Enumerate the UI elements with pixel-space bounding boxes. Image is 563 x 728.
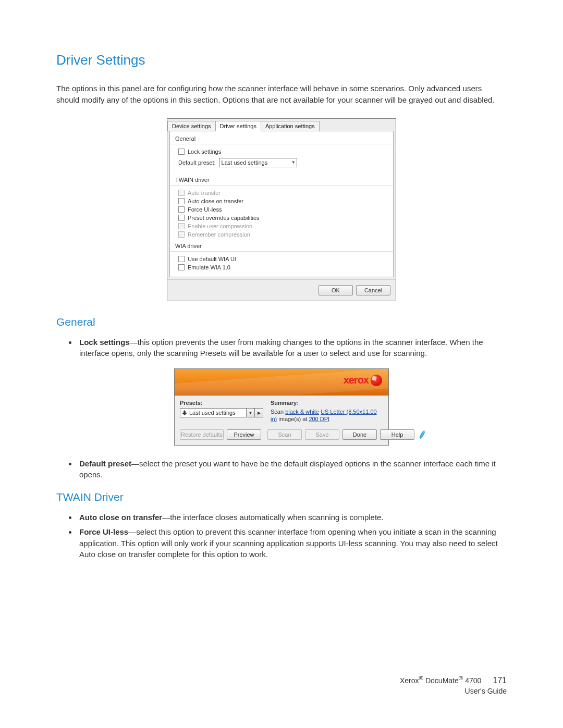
save-button: Save <box>305 429 339 440</box>
label-lock-settings: Lock settings <box>188 149 221 155</box>
chevron-down-icon: ▼ <box>291 160 296 165</box>
bullet-auto-close: Auto close on transfer—the interface clo… <box>77 512 507 523</box>
ok-button[interactable]: OK <box>319 285 353 295</box>
summary-text: Scan black & white US Letter (8.50x11.00… <box>271 408 383 423</box>
play-icon: ▶ <box>258 411 261 415</box>
label-presets: Presets: <box>180 400 263 406</box>
label-emulate-wia: Emulate WIA 1.0 <box>188 264 230 270</box>
combo-default-preset[interactable]: Last used settings ▼ <box>219 158 297 167</box>
page-title: Driver Settings <box>56 52 507 68</box>
term-lock-settings: Lock settings <box>79 338 130 347</box>
pin-icon <box>182 410 187 415</box>
xerox-wordmark: xerox <box>344 374 369 386</box>
intro-text: The options in this panel are for config… <box>56 83 507 106</box>
footer-model: 4700 <box>463 676 481 685</box>
label-preset-overrides: Preset overrides capabilities <box>188 215 260 221</box>
desc-default-preset: —select the preset you want to have be t… <box>79 459 496 479</box>
checkbox-preset-overrides[interactable] <box>178 215 185 221</box>
label-auto-close: Auto close on transfer <box>188 198 243 204</box>
footer-subtitle: User's Guide <box>400 686 507 697</box>
label-summary: Summary: <box>271 400 383 406</box>
group-general: General <box>170 131 393 144</box>
label-enable-compression: Enable user compression <box>188 223 252 229</box>
checkbox-force-uiless[interactable] <box>178 206 185 213</box>
footer-product: DocuMate <box>423 676 459 685</box>
combo-presets[interactable]: Last used settings <box>180 408 247 417</box>
desc-auto-close: —the interface closes automatically when… <box>162 513 383 522</box>
cancel-button[interactable]: Cancel <box>356 285 390 295</box>
bullet-default-preset: Default preset—select the preset you wan… <box>77 458 507 481</box>
footer: Xerox® DocuMate® 4700 171 User's Guide <box>400 674 507 697</box>
presets-next-button[interactable]: ▶ <box>255 408 263 417</box>
xerox-logo: xerox <box>344 374 382 386</box>
label-remember-compression: Remember compression <box>188 231 250 238</box>
term-default-preset: Default preset <box>79 459 131 468</box>
banner: xerox <box>175 369 388 396</box>
desc-lock-settings: —this option prevents the user from maki… <box>79 338 483 358</box>
combo-default-preset-value: Last used settings <box>222 159 268 166</box>
done-button[interactable]: Done <box>342 429 377 440</box>
label-use-default-wia: Use default WIA UI <box>188 256 236 262</box>
tabstrip: Device settings Driver settings Applicat… <box>167 119 396 131</box>
restore-defaults-button: Restore defaults <box>180 429 224 440</box>
section-twain-driver: TWAIN Driver <box>56 491 507 503</box>
page-number: 171 <box>493 675 507 686</box>
checkbox-lock-settings[interactable] <box>178 149 185 155</box>
link-dpi[interactable]: 200 DPI <box>309 416 329 422</box>
checkbox-auto-close[interactable] <box>178 198 185 204</box>
driver-settings-dialog: Device settings Driver settings Applicat… <box>167 118 396 301</box>
combo-presets-value: Last used settings <box>189 410 236 416</box>
term-force-uiless: Force UI-less <box>79 527 128 536</box>
checkbox-emulate-wia[interactable] <box>178 264 185 270</box>
desc-force-uiless: —select this option to prevent this scan… <box>79 527 498 559</box>
presets-dialog: xerox Presets: Last used settings ▼ ▶ Su… <box>174 368 389 446</box>
label-default-preset: Default preset: <box>178 159 216 166</box>
summary-prefix: Scan <box>271 409 285 415</box>
group-twain: TWAIN driver <box>170 172 393 186</box>
tab-device-settings[interactable]: Device settings <box>167 121 216 131</box>
footer-brand: Xerox <box>400 676 419 685</box>
link-color-mode[interactable]: black & white <box>285 409 319 415</box>
tab-panel: General Lock settings Default preset: La… <box>169 131 394 277</box>
checkbox-enable-compression <box>178 223 185 229</box>
scan-button: Scan <box>267 429 302 440</box>
checkbox-auto-transfer <box>178 190 185 196</box>
checkbox-use-default-wia[interactable] <box>178 256 185 262</box>
section-general: General <box>56 316 507 328</box>
help-button[interactable]: Help <box>380 429 414 440</box>
xerox-ball-icon <box>371 375 382 386</box>
tab-application-settings[interactable]: Application settings <box>261 121 320 131</box>
bullet-lock-settings: Lock settings—this option prevents the u… <box>77 337 507 360</box>
label-auto-transfer: Auto transfer <box>188 190 221 196</box>
bullet-force-uiless: Force UI-less—select this option to prev… <box>77 526 507 560</box>
presets-dropdown-button[interactable]: ▼ <box>247 408 255 417</box>
tab-driver-settings[interactable]: Driver settings <box>215 121 261 131</box>
checkbox-remember-compression <box>178 231 185 238</box>
group-wia: WIA driver <box>170 239 393 252</box>
term-auto-close: Auto close on transfer <box>79 513 162 522</box>
preview-button[interactable]: Preview <box>227 429 261 440</box>
chevron-down-icon: ▼ <box>249 411 253 415</box>
label-force-uiless: Force UI-less <box>188 206 222 213</box>
